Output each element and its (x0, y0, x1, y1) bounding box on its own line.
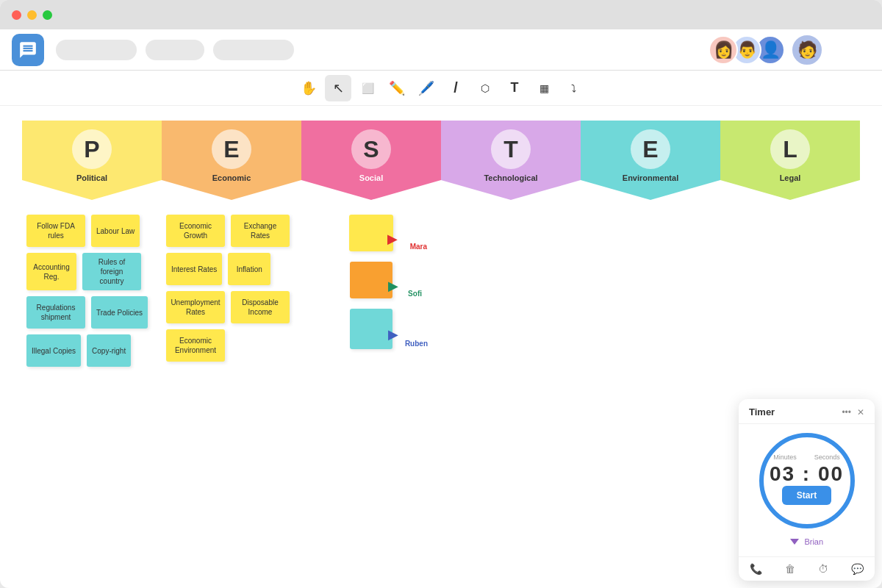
marker-tool[interactable]: 🖊️ (413, 75, 440, 101)
app-logo[interactable] (12, 34, 44, 66)
pestel-board: P Political Follow FDA rules Labour Law … (0, 106, 882, 389)
eraser-tool[interactable]: ⬜ (354, 75, 381, 101)
timer-options-button[interactable]: ••• (842, 407, 851, 417)
timer-header-controls: ••• ✕ (842, 407, 864, 417)
timer-body: Minutes Seconds 03 : 00 Start Brian (739, 424, 875, 556)
close-button[interactable] (12, 10, 21, 20)
note-economic-env[interactable]: Economic Environment (166, 329, 225, 362)
title-bar (0, 0, 882, 29)
timer-title: Timer (749, 406, 775, 417)
toolbar: ✋ ↖ ⬜ ✏️ 🖊️ / ⬡ T ▦ ⤵ (0, 71, 882, 106)
nav-item-1[interactable] (56, 40, 137, 60)
minutes-label: Minutes (773, 453, 797, 461)
social-letter: S (363, 136, 379, 163)
maximize-button[interactable] (43, 10, 52, 20)
col-political-header: P Political (22, 121, 162, 207)
shape-tool[interactable]: ⬡ (472, 75, 498, 101)
note-economic-growth[interactable]: Economic Growth (166, 215, 225, 247)
political-letter: P (84, 136, 99, 163)
technological-name: Technological (484, 173, 537, 182)
technological-letter: T (503, 136, 518, 163)
timer-start-button[interactable]: Start (782, 486, 831, 505)
note-trade-policies[interactable]: Trade Policies (91, 296, 148, 329)
col-legal: L Legal (720, 121, 860, 374)
timer-colon: : (803, 462, 811, 485)
note-sofi[interactable] (350, 262, 392, 298)
avatar-user1[interactable]: 👩 (709, 35, 738, 65)
col-environmental: E Environmental (581, 121, 720, 374)
seconds-label: Seconds (814, 453, 840, 461)
social-name: Social (359, 173, 383, 182)
note-rules-foreign[interactable]: Rules of foreign country (82, 253, 141, 290)
environmental-letter: E (642, 136, 658, 163)
environmental-name: Environmental (623, 173, 678, 182)
note-accounting-reg[interactable]: Accounting Reg. (26, 253, 76, 290)
economic-letter: E (223, 136, 239, 163)
canvas-area[interactable]: P Political Follow FDA rules Labour Law … (0, 106, 882, 588)
note-disposable-income[interactable]: Disposable Income (231, 291, 290, 323)
political-circle: P (72, 129, 112, 169)
note-illegal-copies[interactable]: Illegal Copies (26, 334, 81, 367)
timer-close-button[interactable]: ✕ (857, 407, 864, 417)
text-tool[interactable]: T (501, 75, 528, 101)
app-header: 👩 👨 👤 🧑 (0, 29, 882, 71)
timer-header: Timer ••• ✕ (739, 399, 875, 424)
col-environmental-header: E Environmental (581, 121, 720, 207)
col-technological-header: T Technological (441, 121, 581, 207)
note-interest-rates[interactable]: Interest Rates (166, 253, 222, 285)
header-nav (56, 40, 294, 60)
note-labour-law[interactable]: Labour Law (91, 215, 140, 247)
note-ruben[interactable] (350, 309, 392, 349)
cursor-ruben-label: Ruben (405, 340, 428, 348)
social-notes: Mara ▶ Sofi ▶ Ruben ▶ (301, 207, 441, 356)
timer-delete-button[interactable]: 🗑 (785, 563, 795, 575)
sticky-tool[interactable]: ▦ (531, 75, 557, 101)
cursor-sofi-label: Sofi (408, 290, 422, 298)
note-unemployment[interactable]: Unemployment Rates (166, 291, 225, 323)
minimize-button[interactable] (27, 10, 37, 20)
note-copyright[interactable]: Copy-right (87, 334, 131, 367)
social-note-ruben-wrapper: Ruben ▶ (350, 309, 392, 349)
timer-circle: Minutes Seconds 03 : 00 Start (759, 433, 855, 528)
select-tool[interactable]: ↖ (325, 75, 351, 101)
arrow-tool[interactable]: ⤵ (560, 75, 587, 101)
technological-circle: T (491, 129, 531, 169)
timer-clock-button[interactable]: ⏱ (818, 563, 828, 575)
timer-user-name: Brian (804, 537, 823, 546)
timer-cursor-icon (790, 539, 799, 545)
avatar-brian[interactable]: 🧑 (791, 34, 823, 66)
cursor-ruben-icon: ▶ (388, 326, 398, 343)
economic-name: Economic (212, 173, 251, 182)
user-avatars: 👩 👨 👤 🧑 (714, 34, 823, 66)
legal-name: Legal (780, 173, 801, 182)
nav-item-3[interactable] (213, 40, 294, 60)
social-note-sofi-wrapper: Sofi ▶ (350, 262, 392, 298)
note-follow-fda[interactable]: Follow FDA rules (26, 215, 85, 247)
cursor-mara-label: Mara (410, 243, 427, 251)
col-political: P Political Follow FDA rules Labour Law … (22, 121, 162, 374)
note-exchange-rates[interactable]: Exchange Rates (231, 215, 290, 247)
col-economic-header: E Economic (162, 121, 301, 207)
political-name: Political (76, 173, 107, 182)
col-social-header: S Social (301, 121, 441, 207)
logo-icon (18, 40, 37, 60)
timer-phone-button[interactable]: 📞 (750, 563, 762, 575)
nav-item-2[interactable] (146, 40, 204, 60)
traffic-lights (12, 10, 52, 20)
pen-tool[interactable]: ✏️ (384, 75, 410, 101)
legal-letter: L (783, 136, 797, 163)
social-circle: S (351, 129, 391, 169)
note-inflation[interactable]: Inflation (228, 253, 270, 285)
hand-tool[interactable]: ✋ (295, 75, 322, 101)
note-mara[interactable] (349, 215, 393, 251)
line-tool[interactable]: / (442, 75, 469, 101)
political-notes: Follow FDA rules Labour Law Accounting R… (22, 207, 162, 374)
timer-labels: Minutes Seconds (773, 453, 840, 461)
note-regulations-ship[interactable]: Regulations shipment (26, 296, 85, 329)
cursor-mara-icon: ▶ (387, 231, 398, 247)
col-social: S Social Mara ▶ Sofi (301, 121, 441, 374)
timer-minutes: 03 (770, 462, 795, 485)
timer-seconds: 00 (818, 462, 844, 485)
social-note-mara-wrapper: Mara ▶ (349, 215, 393, 251)
timer-chat-button[interactable]: 💬 (851, 563, 864, 575)
